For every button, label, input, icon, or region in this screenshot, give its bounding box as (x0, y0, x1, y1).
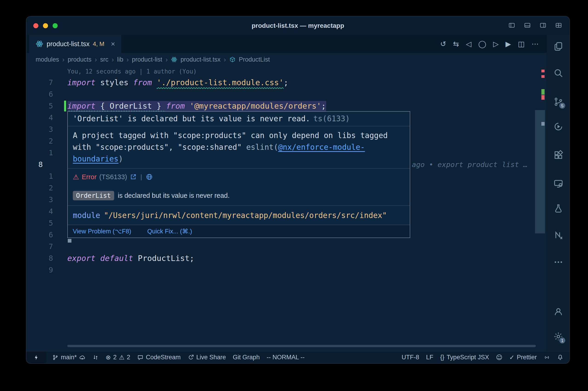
code-line-1[interactable]: import styles from './product-list.modul… (63, 77, 546, 89)
breadcrumb-item-file[interactable]: product-list.tsx (180, 56, 221, 63)
view-problem-button[interactable]: View Problem (⌥F8) (73, 228, 131, 235)
nx-console-icon[interactable] (552, 229, 565, 242)
vertical-scrollbar[interactable] (535, 110, 545, 233)
window-controls (33, 23, 58, 28)
live-share-indicator[interactable]: Live Share (188, 354, 226, 361)
error-label: Error (82, 173, 96, 181)
split-editor-icon[interactable]: ◫ (518, 40, 525, 48)
explorer-icon[interactable] (552, 40, 565, 53)
chevron-right-icon: › (112, 56, 114, 63)
ruler-error-mark (541, 75, 545, 78)
separator: | (140, 173, 142, 181)
line-number: 1 (26, 147, 63, 159)
open-changes-icon[interactable]: ◯ (478, 40, 486, 48)
warning-count: 2 (127, 354, 130, 361)
timeline-icon[interactable]: ↺ (440, 40, 446, 48)
customize-layout-icon[interactable] (554, 22, 563, 30)
remote-indicator[interactable] (26, 352, 46, 363)
previous-change-icon[interactable]: ◁ (466, 40, 471, 48)
code-token (152, 78, 157, 87)
tab-product-list[interactable]: product-list.tsx 4, M × (29, 35, 122, 53)
eol-indicator[interactable]: LF (426, 354, 433, 361)
vim-mode-indicator[interactable]: -- NORMAL -- (267, 354, 305, 361)
close-window-button[interactable] (33, 23, 38, 28)
kw-token: default (100, 254, 133, 263)
code-editor[interactable]: You, 12 seconds ago | 1 author (You) 7 i… (26, 66, 546, 351)
notifications-bell-icon[interactable] (557, 354, 563, 361)
share-icon (188, 354, 194, 361)
remote-explorer-icon[interactable] (552, 177, 565, 190)
code-line: 6 (26, 89, 546, 100)
code-line: 7 import styles from './product-list.mod… (26, 77, 546, 89)
search-icon[interactable] (552, 67, 565, 80)
compare-changes-icon[interactable]: ⇆ (453, 40, 459, 48)
code-line-3[interactable]: import { OrderList } from '@myreactapp/m… (63, 100, 546, 112)
settings-badge: 1 (558, 337, 566, 344)
run-debug-icon[interactable] (552, 120, 565, 133)
prettier-indicator[interactable]: ✓ Prettier (509, 354, 537, 361)
codestream-indicator[interactable]: CodeStream (137, 354, 181, 361)
compare-refs-indicator[interactable] (92, 354, 99, 361)
chevron-right-icon: › (62, 56, 65, 63)
open-external-icon[interactable] (130, 174, 137, 180)
minimize-window-button[interactable] (43, 23, 48, 28)
account-icon[interactable] (552, 305, 565, 318)
git-graph-indicator[interactable]: Git Graph (233, 354, 260, 361)
problems-indicator[interactable]: ⊗ 2 ⚠ 2 (106, 354, 130, 361)
kw-token: export (67, 254, 95, 263)
code-line-16[interactable]: export default ProductList; (63, 252, 546, 264)
breadcrumb-item-product-list[interactable]: product-list (132, 56, 162, 63)
chevron-right-icon: › (165, 56, 168, 63)
language-indicator[interactable]: {} TypeScript JSX (440, 354, 489, 361)
breadcrumb-item-symbol[interactable]: ProductList (239, 56, 270, 63)
zoom-window-button[interactable] (53, 23, 58, 28)
more-views-icon[interactable] (552, 256, 565, 269)
quick-fix-button[interactable]: Quick Fix... (⌘.) (147, 228, 192, 235)
line-number: 6 (26, 229, 63, 241)
code-token: OrderList (110, 101, 152, 110)
breadcrumb-item-lib[interactable]: lib (117, 56, 123, 63)
feedback-smiley-icon[interactable]: ☺ (496, 354, 502, 361)
tab-close-icon[interactable]: × (111, 40, 115, 48)
encoding-indicator[interactable]: UTF-8 (402, 354, 420, 361)
source-control-icon[interactable]: 5 (552, 95, 565, 108)
horizontal-scrollbar[interactable] (67, 345, 536, 347)
broadcast-icon[interactable] (544, 354, 550, 361)
titlebar: product-list.tsx — myreactapp (26, 16, 569, 35)
kw-token: from (166, 101, 185, 110)
globe-icon[interactable] (146, 174, 153, 180)
code-line-empty[interactable] (63, 264, 546, 276)
settings-gear-icon[interactable]: 1 (552, 330, 565, 343)
more-actions-icon[interactable]: ⋯ (531, 40, 539, 48)
toggle-secondary-sidebar-icon[interactable] (539, 22, 547, 30)
vscode-window: product-list.tsx — myreactapp product-li… (26, 16, 570, 364)
ruler-added-mark (541, 89, 545, 95)
testing-icon[interactable] (552, 202, 565, 215)
breadcrumb-item-products[interactable]: products (68, 56, 92, 63)
gitlens-codelens[interactable]: You, 12 seconds ago | 1 author (You) (26, 66, 546, 77)
tooltip-error-detail: ⚠ Error (TS6133) | OrderList is declared… (68, 169, 410, 206)
tooltip-resize-handle[interactable] (68, 239, 72, 243)
breadcrumb-item-modules[interactable]: modules (36, 56, 59, 63)
code-line-empty[interactable] (63, 241, 546, 252)
react-file-icon (36, 40, 43, 48)
line-number: 7 (26, 77, 63, 89)
toggle-panel-icon[interactable] (523, 22, 532, 30)
line-number: 3 (26, 124, 63, 135)
line-number: 5 (26, 100, 63, 112)
extensions-icon[interactable] (552, 149, 565, 162)
code-token (95, 254, 100, 263)
code-line: 8 export default ProductList; (26, 252, 546, 264)
run-file-icon[interactable]: ▶ (505, 40, 511, 48)
check-icon: ✓ (509, 354, 514, 361)
code-token: ProductList; (133, 254, 194, 263)
branch-indicator[interactable]: main* (52, 354, 85, 361)
tooltip-eslint-message: A project tagged with "scope:products" c… (68, 126, 410, 169)
next-change-icon[interactable]: ▷ (493, 40, 499, 48)
toggle-primary-sidebar-icon[interactable] (507, 22, 516, 30)
line-number: 5 (26, 217, 63, 229)
ruler-error-mark (541, 95, 545, 100)
breadcrumb-item-src[interactable]: src (100, 56, 108, 63)
gitlens-inline-blame: ago • export product list … (412, 159, 528, 171)
code-line-empty[interactable] (63, 89, 546, 100)
